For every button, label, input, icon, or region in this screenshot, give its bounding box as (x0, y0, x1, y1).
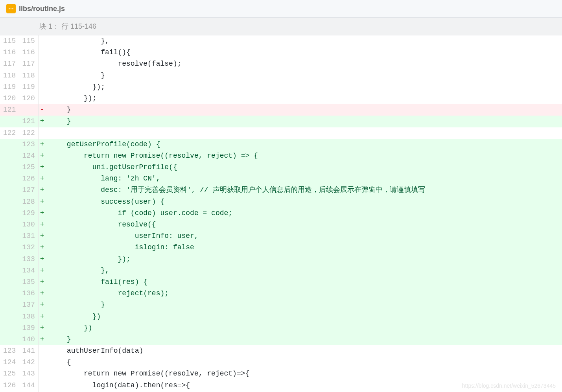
diff-marker: + (38, 184, 46, 196)
new-line-number: 121 (19, 116, 38, 127)
diff-line: 117117 resolve(false); (0, 58, 562, 70)
new-line-number: 134 (19, 265, 38, 276)
diff-marker: + (38, 150, 46, 162)
old-line-number (0, 139, 19, 150)
old-line-number (0, 162, 19, 173)
new-line-number: 139 (19, 322, 38, 334)
diff-marker: + (38, 139, 46, 150)
code-content[interactable]: }, (46, 265, 562, 276)
file-header: ⋯ libs/routine.js (0, 0, 562, 18)
code-content[interactable]: desc: '用于完善会员资料', // 声明获取用户个人信息后的用途，后续会展… (46, 184, 562, 196)
diff-line: 119119 }); (0, 81, 562, 93)
code-content[interactable]: fail(res) { (46, 276, 562, 288)
new-line-number: 133 (19, 254, 38, 265)
code-content[interactable]: success(user) { (46, 196, 562, 208)
diff-line: 136+ reject(res); (0, 288, 562, 299)
diff-marker: + (38, 116, 46, 127)
code-content[interactable]: uni.getUserProfile({ (46, 162, 562, 173)
diff-line: 120120 }); (0, 93, 562, 104)
code-content[interactable]: }) (46, 311, 562, 322)
diff-marker: + (38, 254, 46, 265)
new-line-number: 116 (19, 47, 38, 58)
diff-line: 125143 return new Promise((resolve, reje… (0, 368, 562, 379)
diff-line: 130+ resolve({ (0, 219, 562, 230)
new-line-number: 141 (19, 345, 38, 357)
code-content[interactable]: } (46, 116, 562, 127)
code-content[interactable]: }) (46, 322, 562, 334)
diff-line: 127+ desc: '用于完善会员资料', // 声明获取用户个人信息后的用途… (0, 184, 562, 196)
hunk-header[interactable]: 块 1： 行 115-146 (0, 18, 562, 35)
code-content[interactable]: }, (46, 35, 562, 47)
old-line-number: 115 (0, 35, 19, 47)
code-content[interactable]: resolve(false); (46, 58, 562, 70)
old-line-number (0, 242, 19, 253)
code-content[interactable]: return new Promise((resolve, reject)=>{ (46, 368, 562, 379)
code-content[interactable]: }); (46, 81, 562, 93)
diff-line: 131+ userInfo: user, (0, 230, 562, 242)
code-content[interactable]: }); (46, 254, 562, 265)
new-line-number: 122 (19, 127, 38, 139)
code-content[interactable] (46, 127, 562, 139)
diff-marker: + (38, 219, 46, 230)
diff-marker (38, 35, 46, 47)
new-line-number: 128 (19, 196, 38, 208)
diff-line: 123+ getUserProfile(code) { (0, 139, 562, 150)
code-content[interactable]: userInfo: user, (46, 230, 562, 242)
code-content[interactable]: resolve({ (46, 219, 562, 230)
diff-line: 126+ lang: 'zh_CN', (0, 173, 562, 184)
code-content[interactable]: } (46, 334, 562, 345)
diff-line: 140+ } (0, 334, 562, 345)
new-line-number: 143 (19, 368, 38, 379)
new-line-number: 142 (19, 357, 38, 368)
code-content[interactable]: lang: 'zh_CN', (46, 173, 562, 184)
new-line-number: 130 (19, 219, 38, 230)
code-content[interactable]: }); (46, 93, 562, 104)
diff-line: 124+ return new Promise((resolve, reject… (0, 150, 562, 162)
code-content[interactable]: return new Promise((resolve, reject) => … (46, 150, 562, 162)
diff-marker (38, 47, 46, 58)
diff-marker: + (38, 242, 46, 253)
code-content[interactable]: islogin: false (46, 242, 562, 253)
code-content[interactable]: { (46, 357, 562, 368)
old-line-number (0, 254, 19, 265)
old-line-number (0, 311, 19, 322)
old-line-number (0, 219, 19, 230)
old-line-number: 125 (0, 368, 19, 379)
diff-marker (38, 93, 46, 104)
old-line-number (0, 184, 19, 196)
diff-line: 122122 (0, 127, 562, 139)
old-line-number (0, 322, 19, 334)
new-line-number: 140 (19, 334, 38, 345)
old-line-number (0, 150, 19, 162)
diff-marker: + (38, 230, 46, 242)
new-line-number: 137 (19, 299, 38, 311)
diff-marker (38, 380, 46, 391)
file-path[interactable]: libs/routine.js (19, 5, 65, 13)
diff-line: 121- } (0, 104, 562, 116)
old-line-number: 118 (0, 70, 19, 81)
old-line-number (0, 334, 19, 345)
new-line-number: 135 (19, 276, 38, 288)
code-content[interactable]: fail(){ (46, 47, 562, 58)
code-content[interactable]: } (46, 299, 562, 311)
diff-marker (38, 70, 46, 81)
diff-line: 139+ }) (0, 322, 562, 334)
new-line-number: 126 (19, 173, 38, 184)
diff-line: 132+ islogin: false (0, 242, 562, 253)
code-content[interactable]: authUserInfo(data) (46, 345, 562, 357)
diff-line: 123141 authUserInfo(data) (0, 345, 562, 357)
diff-line: 125+ uni.getUserProfile({ (0, 162, 562, 173)
diff-line: 135+ fail(res) { (0, 276, 562, 288)
diff-marker: + (38, 334, 46, 345)
code-content[interactable]: if (code) user.code = code; (46, 208, 562, 219)
diff-marker: + (38, 162, 46, 173)
code-content[interactable]: } (46, 70, 562, 81)
diff-marker (38, 368, 46, 379)
code-content[interactable]: getUserProfile(code) { (46, 139, 562, 150)
code-content[interactable]: reject(res); (46, 288, 562, 299)
diff-marker (38, 127, 46, 139)
old-line-number: 123 (0, 345, 19, 357)
new-line-number (19, 104, 38, 116)
code-content[interactable]: } (46, 104, 562, 116)
diff-marker (38, 345, 46, 357)
